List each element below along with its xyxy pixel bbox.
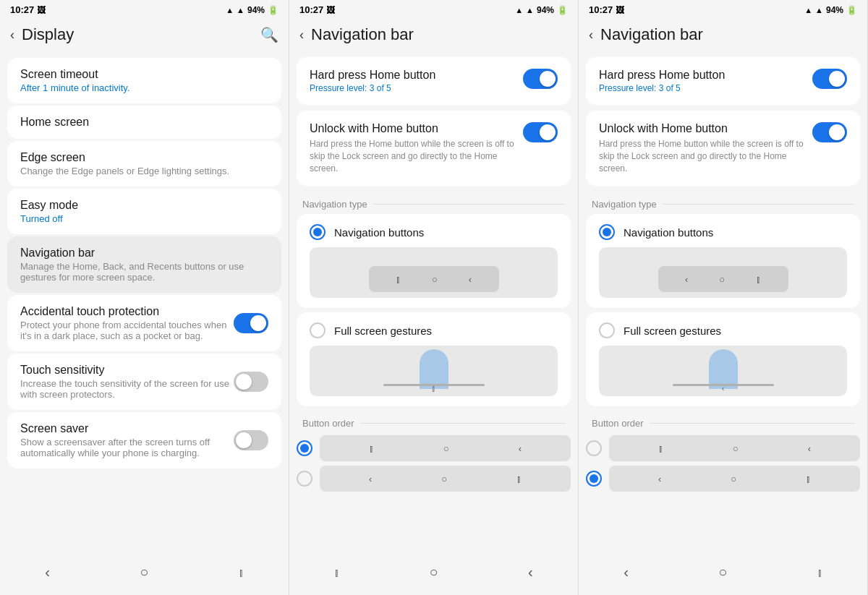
card-unlock-home-2[interactable]: Unlock with Home button Hard press the H… — [297, 111, 571, 186]
battery-icon-2: 🔋 — [557, 5, 568, 15]
nav-back-bottom-2[interactable]: ‹ — [514, 561, 548, 583]
setting-title-home-screen: Home screen — [20, 116, 268, 129]
unlock-home-row-3: Unlock with Home button Hard press the H… — [599, 122, 847, 174]
radio-full-gestures-3[interactable]: Full screen gestures ‹ — [586, 312, 860, 406]
nav-settings-list-2: Hard press Home button Pressure level: 3… — [289, 51, 578, 552]
nav-recents-1[interactable]: ⫿ — [224, 564, 258, 581]
back-button-3[interactable]: ‹ — [589, 27, 593, 43]
gallery-icon-1: 🖼 — [37, 5, 46, 15]
status-time-3: 10:27 — [589, 4, 613, 15]
unlock-home-desc-3: Hard press the Home button while the scr… — [599, 138, 804, 174]
toggle-unlock-home-3[interactable] — [812, 122, 847, 142]
radio-nav-buttons-3[interactable]: Navigation buttons ‹ ○ ⫿ — [586, 214, 860, 308]
btn-order-icon2a-3: ‹ — [658, 474, 661, 484]
nav-back-1[interactable]: ‹ — [30, 561, 64, 583]
setting-screen-timeout[interactable]: Screen timeout After 1 minute of inactiv… — [7, 58, 281, 103]
radio-order1-3[interactable] — [586, 440, 602, 456]
setting-title-edge-screen: Edge screen — [20, 151, 268, 164]
wifi-icon-1: ▲ — [226, 6, 234, 14]
status-time-2: 10:27 — [299, 4, 323, 15]
toggle-knob-accidental — [250, 315, 266, 331]
btn-order-icon1b-2: ○ — [443, 443, 449, 454]
card-hard-press-3[interactable]: Hard press Home button Pressure level: 3… — [586, 57, 860, 105]
signal-icon-1: ▲ — [237, 6, 244, 14]
btn-order-icon1c-3: ‹ — [808, 443, 811, 454]
btn-order-option2-2[interactable]: ‹ ○ ⫿ — [297, 466, 571, 492]
nav-recents-bottom-3[interactable]: ⫿ — [803, 564, 837, 581]
status-right-1: ▲ ▲ 94% 🔋 — [226, 5, 278, 15]
wifi-icon-2: ▲ — [515, 6, 523, 14]
toggle-hard-press-3[interactable] — [812, 69, 847, 89]
wifi-icon-3: ▲ — [804, 6, 812, 14]
panel-navigation-bar-3: 10:27 🖼 ▲ ▲ 94% 🔋 ‹ Navigation bar Hard … — [579, 0, 868, 595]
nav-home-bottom-2[interactable]: ○ — [415, 561, 453, 583]
btn-order-icon1c-2: ‹ — [519, 443, 522, 454]
toggle-accidental-touch[interactable] — [234, 313, 268, 333]
nav-type-line-3 — [663, 204, 854, 205]
touch-sensitivity-row: Touch sensitivity Increase the touch sen… — [20, 364, 268, 400]
toggle-screen-saver[interactable] — [234, 430, 268, 450]
setting-touch-sensitivity[interactable]: Touch sensitivity Increase the touch sen… — [7, 354, 281, 410]
btn-order-label-2: Button order — [302, 418, 354, 429]
card-unlock-home-3[interactable]: Unlock with Home button Hard press the H… — [586, 111, 860, 186]
radio-inner-order1-2 — [300, 444, 309, 453]
radio-label-nav-buttons-3: Navigation buttons — [624, 226, 713, 239]
radio-inner-order2-3 — [590, 474, 598, 483]
nav-illustration-buttons-3: ‹ ○ ⫿ — [599, 247, 847, 298]
radio-label-nav-buttons-2: Navigation buttons — [334, 226, 424, 239]
nav-type-line-2 — [373, 204, 565, 205]
gallery-icon-3: 🖼 — [616, 5, 624, 15]
back-button-1[interactable]: ‹ — [10, 27, 14, 43]
setting-screen-saver[interactable]: Screen saver Show a screensaver after th… — [7, 412, 281, 468]
radio-circle-nav-buttons-3[interactable] — [599, 224, 615, 240]
toggle-hard-press-2[interactable] — [523, 69, 558, 89]
btn-order-icon2b-3: ○ — [731, 474, 736, 484]
radio-circle-gestures-3[interactable] — [599, 322, 615, 338]
btn-order-option2-3[interactable]: ‹ ○ ⫿ — [586, 466, 860, 492]
nav-type-label-3: Navigation type — [592, 199, 657, 210]
setting-subtitle-nav-bar: Manage the Home, Back, and Recents butto… — [20, 261, 268, 283]
btn-order-option1-3[interactable]: ⫿ ○ ‹ — [586, 435, 860, 461]
nav-recents-bottom-2[interactable]: ⫿ — [320, 564, 354, 581]
nav-demo-recents-2: ⫿ — [396, 274, 401, 285]
radio-nav-buttons-2[interactable]: Navigation buttons ⫿ ○ ‹ — [297, 214, 571, 308]
setting-edge-screen[interactable]: Edge screen Change the Edge panels or Ed… — [7, 141, 281, 187]
btn-order-bar1-3: ⫿ ○ ‹ — [609, 435, 860, 461]
toggle-touch-sensitivity[interactable] — [234, 372, 268, 392]
radio-order1-2[interactable] — [297, 440, 312, 456]
btn-order-option1-2[interactable]: ⫿ ○ ‹ — [297, 435, 571, 461]
panel-display: 10:27 🖼 ▲ ▲ 94% 🔋 ‹ Display 🔍 Screen tim… — [0, 0, 289, 595]
radio-circle-nav-buttons-2[interactable] — [310, 224, 326, 240]
radio-label-gestures-2: Full screen gestures — [334, 325, 432, 337]
toggle-unlock-home-2[interactable] — [523, 122, 558, 142]
gallery-icon-2: 🖼 — [326, 5, 335, 15]
page-title-1: Display — [22, 25, 260, 44]
radio-circle-gestures-2[interactable] — [310, 322, 326, 338]
setting-accidental-touch[interactable]: Accidental touch protection Protect your… — [7, 295, 281, 351]
nav-type-header-2: Navigation type — [289, 192, 578, 214]
setting-title-screen-saver: Screen saver — [20, 422, 234, 435]
radio-full-gestures-2[interactable]: Full screen gestures ⫿ — [297, 312, 571, 406]
nav-illustration-buttons-2: ⫿ ○ ‹ — [310, 247, 558, 298]
hard-press-row-3: Hard press Home button Pressure level: 3… — [599, 69, 847, 93]
setting-easy-mode[interactable]: Easy mode Turned off — [7, 189, 281, 234]
nav-type-label-2: Navigation type — [302, 199, 367, 210]
card-hard-press-2[interactable]: Hard press Home button Pressure level: 3… — [297, 57, 571, 105]
search-icon-1[interactable]: 🔍 — [260, 26, 278, 43]
back-button-2[interactable]: ‹ — [299, 27, 304, 43]
nav-demo-back-2: ‹ — [469, 274, 472, 285]
top-bar-1: ‹ Display 🔍 — [0, 20, 289, 51]
radio-order2-2[interactable] — [297, 471, 312, 487]
nav-back-bottom-3[interactable]: ‹ — [609, 561, 643, 583]
gesture-indicator-2: ⫿ — [432, 384, 436, 393]
radio-order2-3[interactable] — [586, 471, 602, 487]
setting-home-screen[interactable]: Home screen — [7, 106, 281, 139]
btn-order-icon1a-3: ⫿ — [658, 443, 663, 454]
accidental-touch-row: Accidental touch protection Protect your… — [20, 305, 268, 341]
nav-home-bottom-3[interactable]: ○ — [704, 561, 741, 583]
setting-navigation-bar[interactable]: Navigation bar Manage the Home, Back, an… — [7, 236, 281, 293]
btn-order-bar2-3: ‹ ○ ⫿ — [609, 466, 860, 492]
nav-home-1[interactable]: ○ — [125, 561, 163, 583]
setting-title-screen-timeout: Screen timeout — [20, 68, 268, 81]
nav-demo-back-3: ‹ — [685, 274, 688, 285]
